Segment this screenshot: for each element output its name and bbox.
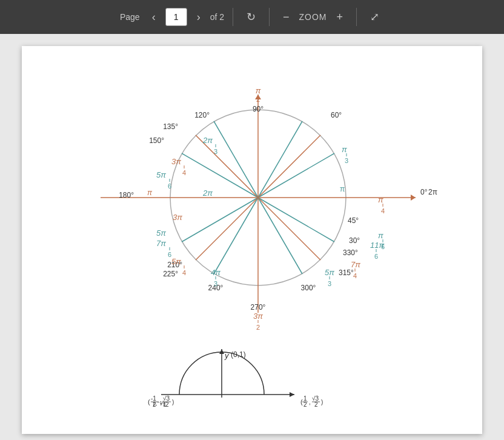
svg-text:4π: 4π [211, 268, 220, 277]
svg-text:5π: 5π [171, 257, 181, 266]
svg-text:π: π [340, 185, 345, 193]
svg-text:2: 2 [256, 96, 260, 103]
svg-text:π: π [342, 145, 347, 154]
svg-text:2: 2 [153, 401, 156, 407]
svg-text:6: 6 [374, 253, 378, 260]
svg-text:11π: 11π [370, 241, 384, 250]
zoom-out-button[interactable]: − [278, 8, 294, 26]
svg-text:150°: 150° [149, 136, 164, 145]
svg-text:,: , [309, 399, 311, 405]
svg-text:π: π [147, 188, 153, 197]
fullscreen-button[interactable]: ⤢ [365, 8, 384, 26]
zoom-in-button[interactable]: + [332, 8, 348, 26]
arc-diagram-svg: y (0,1) (- 1 ⁻¹⁄₂ ( -1 2 , [101, 346, 403, 407]
svg-text:30°: 30° [349, 236, 360, 245]
svg-marker-82 [219, 349, 224, 354]
svg-text:π: π [378, 231, 383, 240]
document-page: π 2 90° 0° 2π π 180° 60° π π 3 [22, 46, 482, 434]
svg-text:45°: 45° [348, 216, 359, 225]
unit-circle-svg: π 2 90° 0° 2π π 180° 60° π π 3 [34, 58, 470, 343]
svg-text:2π: 2π [428, 188, 437, 196]
toolbar: Page ‹ › of 2 ↻ − ZOOM + ⤢ [0, 0, 504, 34]
svg-text:4: 4 [381, 207, 385, 215]
page-total: of 2 [210, 12, 224, 22]
svg-text:60°: 60° [331, 111, 342, 119]
svg-text:3π: 3π [173, 213, 182, 222]
svg-text:4: 4 [182, 169, 186, 176]
svg-text:315°: 315° [339, 268, 354, 277]
next-page-button[interactable]: › [192, 8, 205, 26]
divider-1 [233, 8, 233, 26]
svg-text:270°: 270° [251, 303, 266, 312]
svg-text:180°: 180° [119, 191, 134, 199]
svg-text:2: 2 [314, 401, 318, 407]
divider-2 [269, 8, 270, 26]
svg-marker-3 [411, 195, 416, 201]
svg-text:2: 2 [303, 401, 307, 407]
svg-text:3: 3 [214, 280, 217, 287]
svg-text:3: 3 [214, 148, 217, 155]
svg-text:(: ( [148, 398, 150, 405]
content-area: π 2 90° 0° 2π π 180° 60° π π 3 [0, 34, 504, 440]
svg-text:5π: 5π [325, 268, 334, 277]
svg-text:0°: 0° [420, 188, 428, 196]
divider-3 [356, 8, 357, 26]
svg-text:4: 4 [353, 272, 357, 279]
zoom-label: ZOOM [299, 12, 327, 22]
svg-text:3π: 3π [171, 157, 181, 166]
svg-text:3π: 3π [253, 312, 263, 321]
page-number-input[interactable] [165, 8, 187, 26]
unit-circle-diagram: π 2 90° 0° 2π π 180° 60° π π 3 [34, 58, 470, 343]
svg-text:300°: 300° [301, 284, 316, 292]
svg-text:,: , [160, 399, 162, 405]
svg-text:6: 6 [168, 182, 171, 190]
svg-text:π: π [378, 195, 383, 204]
svg-text:90°: 90° [253, 105, 264, 113]
svg-text:2: 2 [256, 324, 260, 331]
svg-text:120°: 120° [194, 111, 210, 119]
prev-page-button[interactable]: ‹ [147, 8, 161, 26]
svg-text:7π: 7π [351, 260, 360, 269]
svg-text:3: 3 [328, 280, 331, 287]
svg-text:2π: 2π [202, 188, 213, 198]
svg-text:(0,1): (0,1) [231, 350, 246, 359]
svg-text:330°: 330° [343, 248, 358, 257]
svg-marker-85 [290, 392, 294, 397]
svg-text:5π: 5π [156, 228, 166, 238]
page-label: Page [120, 12, 140, 22]
arc-diagram-section: y (0,1) (- 1 ⁻¹⁄₂ ( -1 2 , [34, 346, 470, 407]
svg-text:2π: 2π [202, 136, 213, 145]
svg-text:): ) [321, 399, 323, 405]
svg-text:2: 2 [165, 401, 169, 407]
svg-text:135°: 135° [163, 122, 178, 131]
refresh-button[interactable]: ↻ [242, 8, 260, 26]
svg-text:3: 3 [345, 157, 348, 164]
svg-text:225°: 225° [163, 270, 178, 278]
svg-text:7π: 7π [156, 239, 166, 248]
svg-text:): ) [172, 399, 174, 405]
svg-text:5π: 5π [156, 170, 166, 179]
svg-text:4: 4 [182, 269, 186, 276]
svg-text:π: π [256, 86, 261, 95]
